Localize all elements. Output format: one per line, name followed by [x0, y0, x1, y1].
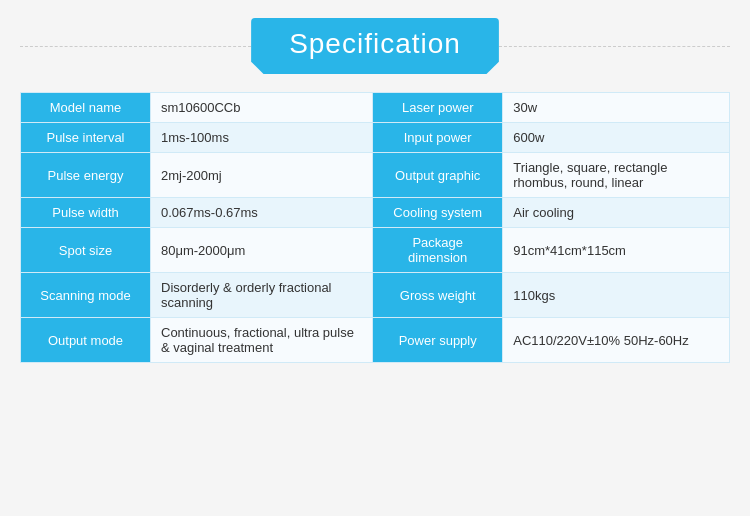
table-row: Pulse width0.067ms-0.67msCooling systemA…	[21, 198, 730, 228]
row-value-right-6: AC110/220V±10% 50Hz-60Hz	[503, 318, 730, 363]
row-label-right-6: Power supply	[373, 318, 503, 363]
row-label-left-6: Output mode	[21, 318, 151, 363]
table-row: Spot size80μm-2000μmPackage dimension91c…	[21, 228, 730, 273]
title-line-right	[499, 46, 730, 47]
page-wrapper: Specification Model namesm10600CCbLaser …	[0, 0, 750, 516]
row-value-left-6: Continuous, fractional, ultra pulse & va…	[151, 318, 373, 363]
table-row: Model namesm10600CCbLaser power30w	[21, 93, 730, 123]
row-label-left-0: Model name	[21, 93, 151, 123]
row-value-left-1: 1ms-100ms	[151, 123, 373, 153]
row-label-right-1: Input power	[373, 123, 503, 153]
title-line-left	[20, 46, 251, 47]
title-section: Specification	[20, 18, 730, 74]
row-value-right-5: 110kgs	[503, 273, 730, 318]
page-title: Specification	[251, 18, 499, 74]
row-value-left-3: 0.067ms-0.67ms	[151, 198, 373, 228]
row-label-left-3: Pulse width	[21, 198, 151, 228]
table-row: Output modeContinuous, fractional, ultra…	[21, 318, 730, 363]
row-label-left-5: Scanning mode	[21, 273, 151, 318]
row-value-right-4: 91cm*41cm*115cm	[503, 228, 730, 273]
row-label-right-2: Output graphic	[373, 153, 503, 198]
row-label-right-5: Gross weight	[373, 273, 503, 318]
row-label-right-0: Laser power	[373, 93, 503, 123]
row-value-left-2: 2mj-200mj	[151, 153, 373, 198]
row-label-left-4: Spot size	[21, 228, 151, 273]
row-value-right-3: Air cooling	[503, 198, 730, 228]
spec-table: Model namesm10600CCbLaser power30wPulse …	[20, 92, 730, 363]
row-value-left-0: sm10600CCb	[151, 93, 373, 123]
row-value-right-0: 30w	[503, 93, 730, 123]
row-value-left-5: Disorderly & orderly fractional scanning	[151, 273, 373, 318]
row-label-right-4: Package dimension	[373, 228, 503, 273]
row-value-right-2: Triangle, square, rectangle rhombus, rou…	[503, 153, 730, 198]
row-value-left-4: 80μm-2000μm	[151, 228, 373, 273]
table-row: Pulse energy2mj-200mjOutput graphicTrian…	[21, 153, 730, 198]
row-value-right-1: 600w	[503, 123, 730, 153]
table-row: Pulse interval1ms-100msInput power600w	[21, 123, 730, 153]
row-label-left-2: Pulse energy	[21, 153, 151, 198]
row-label-left-1: Pulse interval	[21, 123, 151, 153]
table-row: Scanning modeDisorderly & orderly fracti…	[21, 273, 730, 318]
row-label-right-3: Cooling system	[373, 198, 503, 228]
